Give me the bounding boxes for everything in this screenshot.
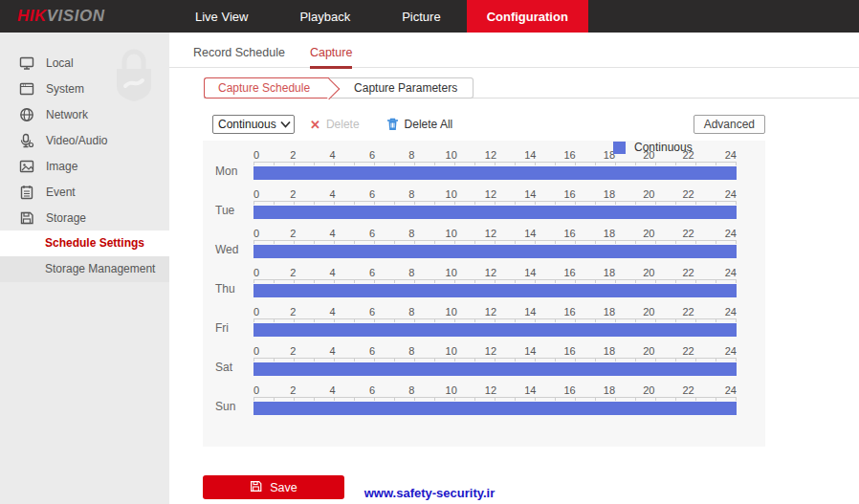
monitor-icon (19, 55, 34, 71)
sidebar-item-storage[interactable]: Storage (0, 205, 169, 230)
tick-label: 6 (363, 384, 381, 397)
storage-icon (19, 210, 34, 226)
tick-label: 16 (562, 228, 579, 240)
tab-capture[interactable]: Capture (310, 46, 352, 69)
chevron-down-icon (280, 121, 291, 128)
delete-all-label: Delete All (405, 118, 453, 131)
delete-label: Delete (326, 118, 360, 131)
tick-label: 2 (284, 149, 301, 162)
schedule-track[interactable] (253, 323, 737, 337)
tick-label: 20 (640, 345, 657, 358)
tab-capture-schedule[interactable]: Capture Schedule (204, 77, 329, 99)
tick-label: 10 (443, 267, 460, 279)
tick-label: 12 (482, 267, 499, 279)
tab-capture-parameters[interactable]: Capture Parameters (329, 77, 474, 99)
day-label: Thu (215, 282, 252, 296)
delete-all-button[interactable]: Delete All (386, 118, 453, 131)
delete-x-icon: ✕ (310, 118, 320, 132)
tick-label: 12 (482, 228, 499, 240)
tick-label: 12 (482, 149, 499, 162)
schedule-bar[interactable] (253, 323, 737, 337)
tab-record-schedule[interactable]: Record Schedule (193, 46, 285, 67)
schedule-bar[interactable] (253, 166, 737, 180)
tick-label: 14 (521, 188, 539, 201)
top-header: HIKVISION Live View Playback Picture Con… (0, 0, 859, 33)
tick-label: 22 (680, 267, 697, 279)
image-icon (19, 159, 34, 174)
sidebar-item-image[interactable]: Image (0, 153, 169, 179)
sidebar-item-label: System (46, 82, 84, 96)
schedule-track[interactable] (253, 284, 737, 297)
day-label: Wed (215, 243, 252, 256)
tick-label: 20 (640, 267, 657, 279)
tick-label: 18 (601, 267, 618, 279)
sidebar-item-label: Local (46, 56, 74, 70)
delete-button[interactable]: ✕ Delete (310, 118, 360, 132)
tick-label: 10 (443, 345, 460, 358)
tick-label: 24 (719, 149, 737, 162)
tick-label: 20 (640, 188, 657, 201)
schedule-bar[interactable] (253, 206, 737, 219)
advanced-button[interactable]: Advanced (694, 115, 765, 134)
tick-label: 6 (363, 267, 381, 279)
tick-label: 6 (363, 188, 381, 201)
schedule-day-row: Sat 024681012141618202224 (203, 345, 765, 376)
schedule-bar[interactable] (253, 245, 737, 258)
tick-label: 10 (443, 188, 460, 201)
schedule-type-select[interactable]: Continuous (212, 115, 295, 134)
time-ruler: 024681012141618202224 (253, 188, 737, 201)
tick-label: 4 (324, 149, 341, 162)
time-ticks (253, 240, 737, 244)
schedule-bar[interactable] (253, 402, 737, 415)
tick-label: 24 (719, 188, 737, 201)
tick-label: 2 (284, 228, 301, 240)
trash-icon (386, 118, 399, 131)
schedule-track[interactable] (253, 402, 737, 415)
tick-label: 8 (403, 267, 420, 279)
legend-label: Continuous (634, 141, 693, 154)
nav-playback[interactable]: Playback (274, 0, 376, 33)
tick-label: 22 (680, 306, 697, 318)
logo-vision: VISION (47, 7, 105, 26)
tick-label: 22 (680, 384, 697, 397)
tick-label: 0 (253, 267, 262, 279)
schedule-bar[interactable] (253, 362, 737, 376)
nav-configuration[interactable]: Configuration (467, 0, 588, 33)
tick-label: 0 (253, 345, 262, 358)
tick-label: 14 (521, 345, 539, 358)
watermark-link[interactable]: www.safety-security.ir (0, 486, 859, 500)
sidebar-item-schedule-settings[interactable]: Schedule Settings (0, 230, 169, 256)
schedule-track[interactable] (253, 245, 737, 258)
tick-label: 10 (443, 228, 460, 240)
tick-label: 12 (482, 345, 499, 358)
schedule-bar[interactable] (253, 284, 737, 297)
legend-color-swatch (613, 142, 626, 154)
tick-label: 8 (403, 345, 420, 358)
schedule-track[interactable] (253, 206, 737, 219)
schedule-track[interactable] (253, 362, 737, 376)
record-capture-tabs: Record Schedule Capture (169, 33, 859, 68)
lock-watermark-icon (113, 46, 155, 105)
tick-label: 16 (562, 384, 579, 397)
sidebar-item-video-audio[interactable]: Video/Audio (0, 127, 169, 153)
nav-live-view[interactable]: Live View (169, 0, 274, 33)
day-label: Mon (215, 164, 252, 178)
time-ticks (253, 397, 737, 401)
tick-label: 2 (284, 384, 301, 397)
tick-label: 6 (363, 306, 381, 318)
tick-label: 12 (482, 306, 499, 318)
tick-label: 24 (719, 228, 737, 240)
tick-label: 18 (601, 306, 618, 318)
schedule-track[interactable] (253, 166, 737, 180)
globe-icon (19, 107, 34, 122)
sidebar-item-storage-management[interactable]: Storage Management (0, 256, 169, 282)
nav-picture[interactable]: Picture (376, 0, 466, 33)
time-ruler: 024681012141618202224 (253, 267, 737, 279)
tick-label: 6 (363, 149, 381, 162)
schedule-day-row: Wed 024681012141618202224 (203, 228, 765, 258)
sidebar-item-network[interactable]: Network (0, 101, 169, 127)
tick-label: 24 (719, 306, 737, 318)
sidebar: Local System Network Video/Audio Image (0, 33, 169, 504)
sidebar-item-event[interactable]: Event (0, 179, 169, 205)
microphone-icon (19, 133, 34, 148)
